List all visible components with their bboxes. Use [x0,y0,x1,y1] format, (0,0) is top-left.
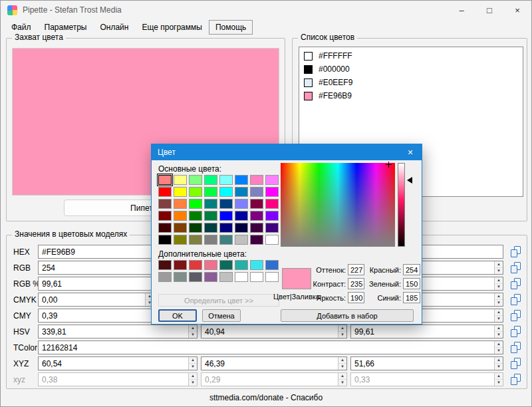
basic-color-swatch[interactable] [204,175,217,185]
spinner-up-button[interactable]: ▲ [495,293,503,300]
custom-color-swatch[interactable] [235,260,248,270]
custom-color-swatch[interactable] [158,272,172,282]
value-field[interactable]: 99,61▲▼ [350,325,503,339]
custom-color-swatch[interactable] [204,272,217,282]
basic-color-swatch[interactable] [219,175,233,185]
brightness-field[interactable]: 190 [348,292,364,303]
ok-button[interactable]: OK [158,309,197,322]
spinner-down-button[interactable]: ▼ [495,364,503,370]
basic-color-swatch[interactable] [235,175,248,185]
basic-color-swatch[interactable] [235,223,248,233]
spinner-up-button[interactable]: ▲ [495,309,503,316]
basic-color-swatch[interactable] [189,223,202,233]
basic-color-swatch[interactable] [250,199,263,209]
basic-color-swatch[interactable] [174,211,187,221]
copy-button[interactable] [509,342,522,354]
green-field[interactable]: 150 [403,278,420,289]
basic-color-swatch[interactable] [174,223,187,233]
copy-button[interactable] [509,262,522,274]
value-field[interactable]: 51,66▲▼ [350,356,503,370]
custom-color-swatch[interactable] [219,260,233,270]
basic-color-swatch[interactable] [204,235,217,245]
basic-color-swatch[interactable] [158,235,172,245]
value-field[interactable]: 339,81▲▼ [38,325,198,339]
spinner-up-button[interactable]: ▲ [495,325,503,332]
basic-color-swatch[interactable] [265,223,279,233]
basic-color-swatch[interactable] [204,199,217,209]
color-list-item[interactable]: #000000 [301,63,521,76]
spinner-up-button[interactable]: ▲ [189,373,197,380]
spinner-down-button[interactable]: ▼ [338,364,346,370]
custom-color-swatch[interactable] [174,260,187,270]
copy-button[interactable] [509,358,522,370]
basic-color-swatch[interactable] [219,211,233,221]
basic-color-swatch[interactable] [265,199,279,209]
custom-color-swatch[interactable] [189,272,202,282]
spinner-down-button[interactable]: ▼ [495,300,503,306]
basic-color-swatch[interactable] [189,175,202,185]
basic-color-swatch[interactable] [250,235,263,245]
color-list-item[interactable]: #E0EEF9 [301,76,521,89]
basic-color-swatch[interactable] [158,187,172,197]
value-field[interactable]: 0,00▲▼ [38,293,154,307]
basic-color-swatch[interactable] [189,199,202,209]
basic-color-swatch[interactable] [219,199,233,209]
value-field[interactable]: 0,33▲▼ [350,372,503,386]
copy-button[interactable] [509,246,522,258]
basic-color-swatch[interactable] [158,199,172,209]
spinner-up-button[interactable]: ▲ [338,325,346,332]
custom-color-swatch[interactable] [265,272,279,282]
basic-color-swatch[interactable] [219,187,233,197]
spinner-down-button[interactable]: ▼ [495,268,503,274]
copy-button[interactable] [509,278,522,290]
spinner-up-button[interactable]: ▲ [338,373,346,380]
custom-color-swatch[interactable] [265,260,279,270]
spinner-down-button[interactable]: ▼ [495,332,503,338]
custom-color-swatch[interactable] [204,260,217,270]
basic-color-swatch[interactable] [265,211,279,221]
luminance-arrow-icon[interactable] [407,177,412,184]
basic-color-swatch[interactable] [235,187,248,197]
basic-color-swatch[interactable] [189,187,202,197]
contrast-field[interactable]: 235 [348,278,364,289]
custom-color-swatch[interactable] [250,272,263,282]
basic-color-swatch[interactable] [235,211,248,221]
custom-color-swatch[interactable] [250,260,263,270]
custom-color-swatch[interactable] [219,272,233,282]
basic-color-swatch[interactable] [174,235,187,245]
basic-color-swatch[interactable] [235,235,248,245]
define-color-button[interactable]: Определить цвет >> [158,294,279,307]
value-field[interactable]: 0,29▲▼ [201,372,347,386]
basic-color-swatch[interactable] [235,199,248,209]
value-field[interactable]: 12162814▲▼ [38,340,503,354]
spinner-down-button[interactable]: ▼ [338,332,346,338]
basic-color-swatch[interactable] [204,223,217,233]
dialog-close-button[interactable]: × [399,147,422,158]
basic-color-swatch[interactable] [219,235,233,245]
basic-color-swatch[interactable] [158,175,172,185]
custom-color-swatch[interactable] [189,260,202,270]
add-to-set-button[interactable]: Добавить в набор [281,309,414,322]
custom-color-swatch[interactable] [174,272,187,282]
basic-color-swatch[interactable] [265,187,279,197]
cancel-button[interactable]: Отмена [202,309,241,322]
basic-color-swatch[interactable] [219,223,233,233]
color-list-item[interactable]: #FFFFFF [301,49,521,63]
spinner-down-button[interactable]: ▼ [495,380,503,386]
menu-item-more-programs[interactable]: Еще программы [135,20,208,35]
basic-color-swatch[interactable] [265,175,279,185]
spinner-down-button[interactable]: ▼ [495,284,503,290]
value-field[interactable]: 40,94▲▼ [201,325,347,339]
close-button[interactable]: × [503,1,531,19]
copy-button[interactable] [509,294,522,306]
spinner-down-button[interactable]: ▼ [189,332,197,338]
spinner-up-button[interactable]: ▲ [495,373,503,380]
basic-color-swatch[interactable] [189,211,202,221]
copy-button[interactable] [509,374,522,386]
custom-color-swatch[interactable] [235,272,248,282]
spinner-up-button[interactable]: ▲ [189,325,197,332]
value-field[interactable]: 60,54▲▼ [38,356,198,370]
minimize-button[interactable]: – [448,1,475,19]
spinner-up-button[interactable]: ▲ [495,277,503,284]
spinner-down-button[interactable]: ▼ [338,380,346,386]
